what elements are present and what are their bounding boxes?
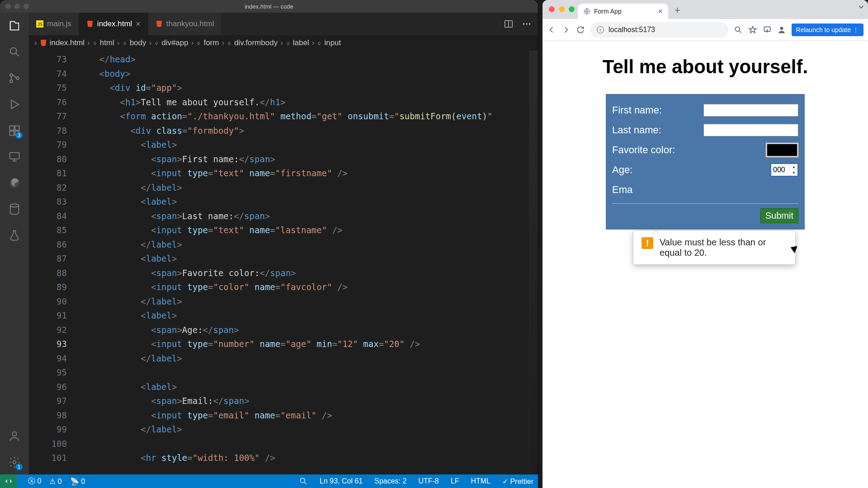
bc-item[interactable]: body: [130, 38, 146, 47]
zoom-dot[interactable]: [24, 4, 29, 9]
svg-rect-4: [10, 126, 14, 130]
firstname-input[interactable]: [703, 104, 798, 117]
ports-count[interactable]: 📡 0: [70, 477, 85, 486]
back-icon[interactable]: [547, 25, 556, 34]
svg-point-0: [10, 48, 17, 54]
testing-icon[interactable]: [8, 229, 21, 242]
svg-point-16: [523, 23, 524, 24]
search-icon[interactable]: [8, 45, 21, 59]
browser-tab[interactable]: Form App ×: [578, 4, 668, 19]
tab-main-js[interactable]: JS main.js: [29, 13, 79, 35]
tab-search-icon[interactable]: [856, 2, 866, 12]
row-lastname: Last name:: [612, 120, 798, 140]
formatter-status[interactable]: ✓ Prettier: [502, 477, 533, 486]
relaunch-button[interactable]: Relaunch to update ⋮: [792, 23, 863, 36]
window-title: index.html — code: [245, 3, 293, 10]
tab-index-html[interactable]: index.html ×: [79, 13, 148, 35]
row-firstname: First name:: [612, 100, 798, 120]
globe-icon: [583, 8, 590, 15]
remote-indicator[interactable]: [0, 474, 17, 488]
svg-text:JS: JS: [38, 22, 42, 27]
bookmark-icon[interactable]: [748, 25, 757, 34]
settings-gear-icon[interactable]: 1: [8, 455, 21, 469]
breadcrumb[interactable]: › index.html ›⬨ html ›⬨ body ›⬨ div#app …: [29, 35, 538, 51]
url-text: localhost:5173: [609, 26, 655, 34]
close-icon[interactable]: ×: [136, 19, 141, 29]
database-icon[interactable]: [8, 202, 21, 216]
number-spinner[interactable]: ▲▼: [790, 164, 797, 176]
code-content[interactable]: </head> <body> <div id="app"> <h1>Tell m…: [79, 51, 538, 474]
cursor-position[interactable]: Ln 93, Col 61: [320, 477, 363, 485]
browser-toolbar: i localhost:5173 Relaunch to update ⋮: [542, 19, 868, 41]
svg-point-23: [780, 27, 783, 30]
tab-title: Form App: [594, 8, 622, 15]
close-dot[interactable]: [549, 6, 555, 12]
close-dot[interactable]: [5, 4, 11, 9]
warnings-count[interactable]: ⚠ 0: [49, 477, 61, 486]
html-file-icon: [40, 39, 47, 47]
svg-point-17: [526, 23, 527, 24]
minimize-dot[interactable]: [559, 6, 565, 12]
indent-status[interactable]: Spaces: 2: [374, 477, 406, 485]
svg-point-18: [529, 23, 530, 24]
tab-label: index.html: [97, 19, 132, 28]
minimize-dot[interactable]: [14, 4, 20, 9]
submit-button[interactable]: Submit: [760, 208, 798, 223]
source-control-icon[interactable]: [8, 71, 21, 85]
errors-count[interactable]: ⓧ 0: [28, 477, 41, 486]
tab-label: main.js: [47, 19, 71, 28]
bc-item[interactable]: html: [100, 38, 114, 47]
html-file-icon: [156, 20, 163, 28]
bc-file[interactable]: index.html: [50, 38, 85, 47]
explorer-icon[interactable]: [8, 19, 21, 33]
tab-thankyou-html[interactable]: thankyou.html: [148, 13, 222, 35]
svg-point-19: [300, 478, 305, 483]
label-firstname: First name:: [612, 104, 703, 116]
bc-item[interactable]: label: [293, 38, 309, 47]
zoom-dot[interactable]: [569, 6, 575, 12]
encoding-status[interactable]: UTF-8: [418, 477, 439, 485]
activity-bar: 3 1: [0, 13, 29, 474]
bc-item[interactable]: div.formbody: [234, 38, 278, 47]
line-gutter: 7374757677787980818283848586878889909192…: [29, 51, 79, 474]
tab-label: thankyou.html: [166, 19, 214, 28]
profile-icon[interactable]: [777, 25, 786, 34]
page-title: Tell me about yourself.: [603, 56, 808, 78]
form-panel: First name: Last name: Favorite color: A…: [606, 94, 805, 230]
run-debug-icon[interactable]: [8, 98, 21, 111]
svg-point-11: [12, 432, 16, 436]
accounts-icon[interactable]: [8, 429, 21, 443]
bc-item[interactable]: form: [203, 38, 219, 47]
reload-icon[interactable]: [576, 25, 585, 34]
install-icon[interactable]: [763, 25, 772, 34]
favcolor-input[interactable]: [766, 143, 798, 157]
address-bar[interactable]: i localhost:5173: [590, 22, 728, 38]
eol-status[interactable]: LF: [451, 477, 459, 485]
new-tab-button[interactable]: +: [672, 5, 683, 19]
remote-explorer-icon[interactable]: [8, 150, 21, 164]
split-editor-icon[interactable]: [504, 19, 514, 29]
form-divider: [612, 203, 798, 204]
browser-window: Form App × + i localhost:5173 Relaunch t…: [542, 0, 868, 488]
page-content: Tell me about yourself. First name: Last…: [542, 41, 868, 488]
edge-tools-icon[interactable]: [8, 176, 21, 190]
code-editor[interactable]: 7374757677787980818283848586878889909192…: [29, 51, 538, 474]
bc-item[interactable]: div#app: [161, 38, 189, 47]
lastname-input[interactable]: [703, 124, 798, 136]
language-status[interactable]: HTML: [471, 477, 491, 485]
zoom-icon[interactable]: [299, 477, 308, 486]
forward-icon[interactable]: [561, 25, 571, 34]
status-bar: ⓧ 0 ⚠ 0 📡 0 Ln 93, Col 61 Spaces: 2 UTF-…: [0, 474, 538, 488]
bc-item[interactable]: input: [324, 38, 341, 47]
svg-rect-8: [10, 153, 19, 159]
more-actions-icon[interactable]: [522, 19, 532, 29]
site-info-icon[interactable]: i: [597, 26, 604, 33]
editor-tabs: JS main.js index.html × thankyou.html: [29, 13, 538, 35]
row-email: Ema: [612, 180, 798, 200]
tab-strip: Form App × +: [542, 0, 868, 19]
window-controls: [549, 6, 575, 12]
close-icon[interactable]: ×: [658, 7, 663, 16]
zoom-icon[interactable]: [734, 25, 743, 34]
row-age: Age: ▲▼: [612, 160, 798, 180]
extensions-icon[interactable]: 3: [8, 124, 21, 137]
